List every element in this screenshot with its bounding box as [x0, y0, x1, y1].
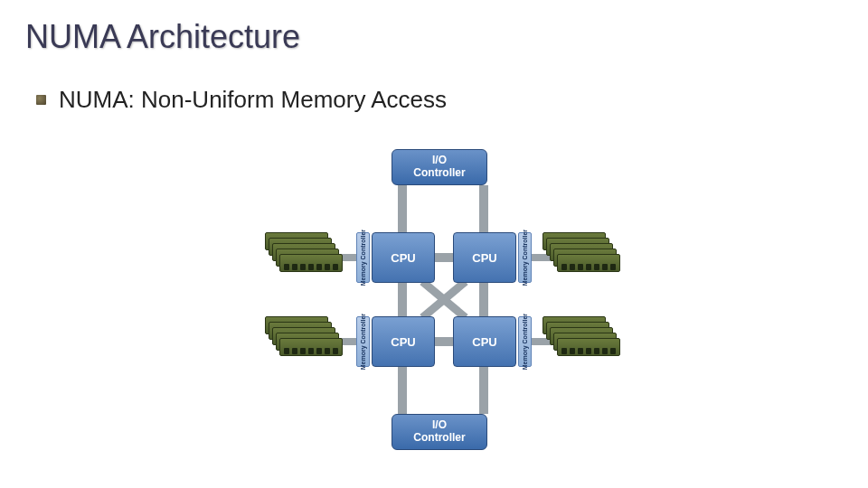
memory-chip-icon — [284, 348, 289, 354]
memory-chip-icon — [561, 264, 567, 270]
bullet-row: NUMA: Non-Uniform Memory Access — [36, 86, 447, 114]
memory-stack — [265, 316, 346, 367]
io-controller-top: I/OController — [392, 149, 487, 185]
memory-chip-icon — [610, 264, 616, 270]
memory-chip-icon — [300, 348, 306, 354]
memory-chip-icon — [308, 264, 314, 270]
memory-controller: Memory Controller — [356, 232, 370, 283]
memory-chip-icon — [325, 348, 330, 354]
memory-chip-icon — [570, 264, 575, 270]
memory-chip-icon — [561, 348, 567, 354]
memory-chip-icon — [292, 264, 297, 270]
slide-title: NUMA Architecture — [25, 18, 300, 56]
cpu-node: CPU — [372, 232, 435, 283]
memory-chip-icon — [578, 264, 583, 270]
memory-chip-icon — [333, 264, 338, 270]
memory-stack — [265, 232, 346, 283]
memory-stack — [542, 316, 624, 367]
memory-chip-icon — [602, 348, 608, 354]
memory-controller: Memory Controller — [518, 232, 532, 283]
bus-line — [435, 253, 453, 262]
bus-line — [398, 185, 407, 232]
bullet-icon — [36, 95, 46, 105]
memory-chip-icon — [586, 348, 591, 354]
memory-chip-icon — [594, 264, 599, 270]
cpu-node: CPU — [453, 316, 516, 367]
memory-chip-icon — [284, 264, 289, 270]
memory-dimm — [279, 338, 343, 356]
bus-line — [479, 367, 488, 414]
bus-line — [479, 283, 488, 316]
bus-line — [435, 337, 453, 346]
memory-chip-icon — [316, 348, 322, 354]
memory-chip-icon — [325, 264, 330, 270]
memory-controller: Memory Controller — [356, 316, 370, 367]
memory-dimm — [557, 338, 620, 356]
io-controller-bottom: I/OController — [392, 414, 487, 450]
memory-stack — [542, 232, 624, 283]
memory-controller: Memory Controller — [518, 316, 532, 367]
bus-line — [479, 185, 488, 232]
memory-chip-icon — [594, 348, 599, 354]
memory-chip-icon — [570, 348, 575, 354]
memory-chip-icon — [586, 264, 591, 270]
memory-chip-icon — [333, 348, 338, 354]
memory-chip-icon — [308, 348, 314, 354]
memory-chip-icon — [300, 264, 306, 270]
cpu-node: CPU — [372, 316, 435, 367]
memory-chip-icon — [578, 348, 583, 354]
slide-subtitle: NUMA: Non-Uniform Memory Access — [59, 86, 447, 114]
numa-diagram: I/OController I/OController CPU CPU CPU … — [224, 145, 658, 456]
memory-chip-icon — [316, 264, 322, 270]
bus-line — [398, 283, 407, 316]
memory-chip-icon — [610, 348, 616, 354]
memory-chip-icon — [602, 264, 608, 270]
cpu-node: CPU — [453, 232, 516, 283]
bus-line — [398, 367, 407, 414]
memory-dimm — [557, 254, 620, 272]
memory-chip-icon — [292, 348, 297, 354]
memory-dimm — [279, 254, 343, 272]
